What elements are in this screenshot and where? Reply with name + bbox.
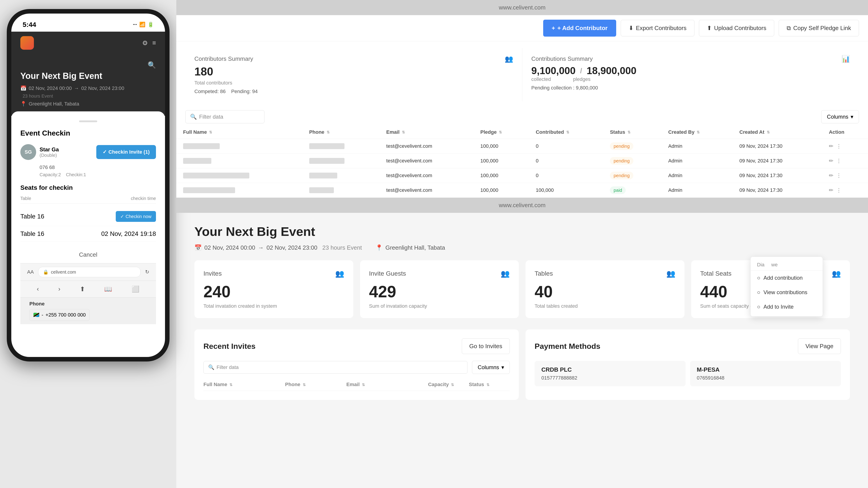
action-icons: ✏ ⋮	[829, 172, 861, 179]
cancel-button[interactable]: Cancel	[20, 246, 156, 263]
more-icon[interactable]: ⋮	[836, 172, 842, 179]
sort-icon: ⇅	[499, 130, 502, 134]
cell-status: pending	[603, 154, 661, 168]
forward-icon[interactable]: ›	[58, 285, 60, 293]
watermark-bottom: www.celivent.com	[176, 198, 868, 213]
th-status: Status⇅	[603, 126, 661, 139]
app-logo	[20, 36, 34, 50]
add-to-invite-icon: ○	[757, 304, 761, 310]
edit-icon[interactable]: ✏	[829, 172, 833, 179]
columns-button[interactable]: Columns ▾	[821, 110, 859, 123]
chevron-down-icon: ▾	[501, 364, 504, 370]
crdb-number: 0157777888882	[541, 375, 679, 381]
edit-icon[interactable]: ✏	[829, 143, 833, 149]
refresh-icon[interactable]: ↻	[145, 269, 149, 275]
invites-sub: Total invatation created in system	[204, 303, 344, 309]
invites-card-header: Invites 👥	[204, 269, 344, 278]
payment-methods-card: Payment Methods View Page CRDB PLC 01577…	[526, 329, 850, 400]
cell-status: pending	[603, 168, 661, 183]
upload-contributors-button[interactable]: ⬆ Upload Contributors	[699, 20, 774, 36]
event-dates: 📅 02 Nov, 2024 00:00 → 02 Nov, 2024 23:0…	[194, 244, 362, 251]
cell-phone: ██████████	[303, 154, 379, 168]
bottom-grid: Recent Invites Go to Invites 🔍 Filter da…	[194, 329, 850, 400]
phone-header-icons: ⚙ ≡	[142, 39, 156, 47]
context-menu: Dia we ○ Add contribution ○ View contrib…	[750, 257, 823, 317]
recent-invites-columns-button[interactable]: Columns ▾	[472, 361, 510, 374]
people-icon: 👥	[505, 55, 513, 63]
view-contributions-menu-item[interactable]: ○ View contributions	[751, 285, 823, 300]
contributors-table-container: Full Name ⇅ Phone⇅ Email⇅ Pledge⇅	[176, 126, 868, 198]
context-tab-1[interactable]: Dia	[757, 262, 765, 268]
table-row: Table 16 ✓ Checkin now	[20, 207, 156, 226]
context-tab-2[interactable]: we	[771, 262, 778, 268]
cell-action: ✏ ⋮	[822, 183, 868, 198]
checkin-now-button[interactable]: ✓ Checkin now	[116, 211, 156, 222]
contributors-filter-input[interactable]: 🔍 Filter data	[185, 110, 265, 123]
phone-user-row: SG Star Ga (Double) ✓ Checkin Invite (1)	[20, 144, 156, 160]
cell-action: ✏ ⋮	[822, 139, 868, 154]
sort-icon: ⇅	[402, 130, 405, 134]
total-seats-icon: 👥	[832, 269, 841, 278]
dots-icon: ···	[133, 22, 137, 28]
more-icon[interactable]: ⋮	[836, 187, 842, 193]
total-contributors-label: Total contributors	[194, 80, 513, 86]
menu-icon[interactable]: ≡	[152, 39, 156, 47]
tabs-icon[interactable]: ⬜	[131, 285, 140, 293]
view-page-button[interactable]: View Page	[798, 338, 841, 354]
total-seats-label: Total Seats	[700, 270, 732, 277]
phone-browser-bar: AA 🔒 celivent.com ↻	[20, 263, 156, 281]
export-contributors-button[interactable]: ⬇ Export Contributors	[621, 20, 694, 36]
checkin-invite-button[interactable]: ✓ Checkin Invite (1)	[96, 145, 156, 159]
url-bar[interactable]: 🔒 celivent.com	[38, 267, 141, 277]
table-row: ████ ██████ (███) ███████ test@ceveliven…	[176, 183, 868, 198]
add-contributor-button[interactable]: + + Add Contributor	[543, 20, 616, 37]
phone-seats-title: Seats for checkin	[20, 184, 156, 191]
table-header-row: Full Name ⇅ Phone⇅ Email⇅ Pledge⇅	[176, 126, 868, 139]
invites-stat-card: Invites 👥 240 Total invatation created i…	[194, 260, 353, 318]
th-pledge: Pledge⇅	[473, 126, 529, 139]
settings-icon[interactable]: ⚙	[142, 39, 148, 47]
phone-seats-section: Seats for checkin Table checkin time Tab…	[20, 184, 156, 242]
cell-email: test@cevelivent.com	[379, 154, 473, 168]
cell-created-at: 09 Nov, 2024 17:30	[733, 168, 822, 183]
cell-phone: ███████	[303, 183, 379, 198]
phone-checkin-title: Event Checkin	[20, 129, 156, 137]
more-icon[interactable]: ⋮	[836, 158, 842, 164]
th-action: Action	[822, 126, 868, 139]
back-icon[interactable]: ‹	[37, 285, 39, 293]
more-icon[interactable]: ⋮	[836, 143, 842, 149]
bookmarks-icon[interactable]: 📖	[104, 285, 112, 293]
sort-icon: ⇅	[451, 383, 454, 387]
user-details: Star Ga (Double)	[39, 147, 59, 158]
tables-sub: Total tables created	[535, 303, 675, 309]
cell-email: test@cevelivent.com	[379, 139, 473, 154]
cell-created-at: 09 Nov, 2024 17:30	[733, 154, 822, 168]
pending-collection: Pending collection : 9,800,000	[531, 85, 850, 91]
phone-input[interactable]: 🇹🇿 - +255 700 000 000	[29, 309, 90, 321]
phone-field-label: Phone	[29, 301, 147, 307]
edit-icon[interactable]: ✏	[829, 158, 833, 164]
search-icon[interactable]: 🔍	[148, 61, 156, 69]
cell-status: pending	[603, 139, 661, 154]
recent-invites-filter-input[interactable]: 🔍 Filter data	[204, 361, 467, 374]
event-location: 📍 Greenlight Hall, Tabata	[375, 244, 445, 251]
cell-status: paid	[603, 183, 661, 198]
add-to-invite-menu-item[interactable]: ○ Add to Invite	[751, 300, 823, 314]
cell-pledge: 100,000	[473, 183, 529, 198]
contributors-detail: Competed: 86 Pending: 94	[194, 89, 513, 94]
sort-icon: ⇅	[327, 130, 330, 134]
edit-icon[interactable]: ✏	[829, 187, 833, 193]
invite-guests-label: Invite Guests	[369, 270, 406, 277]
share-icon[interactable]: ⬆	[80, 285, 85, 293]
sort-icon: ⇅	[566, 130, 569, 134]
phone-app-header: ⚙ ≡	[11, 32, 165, 54]
web-bottom: Your Next Big Event 📅 02 Nov, 2024 00:00…	[176, 213, 868, 488]
add-contribution-menu-item[interactable]: ○ Add contribution	[751, 271, 823, 285]
contributors-panel: www.celivent.com + + Add Contributor ⬇ E…	[176, 0, 868, 213]
go-to-invites-button[interactable]: Go to Invites	[462, 338, 510, 354]
cell-contributed: 0	[529, 168, 603, 183]
battery-icon: 🔋	[148, 22, 154, 28]
copy-self-pledge-link-button[interactable]: ⧉ Copy Self Pledge Link	[779, 20, 859, 36]
th-phone: Phone⇅	[303, 126, 379, 139]
chevron-down-icon: ▾	[850, 113, 853, 120]
